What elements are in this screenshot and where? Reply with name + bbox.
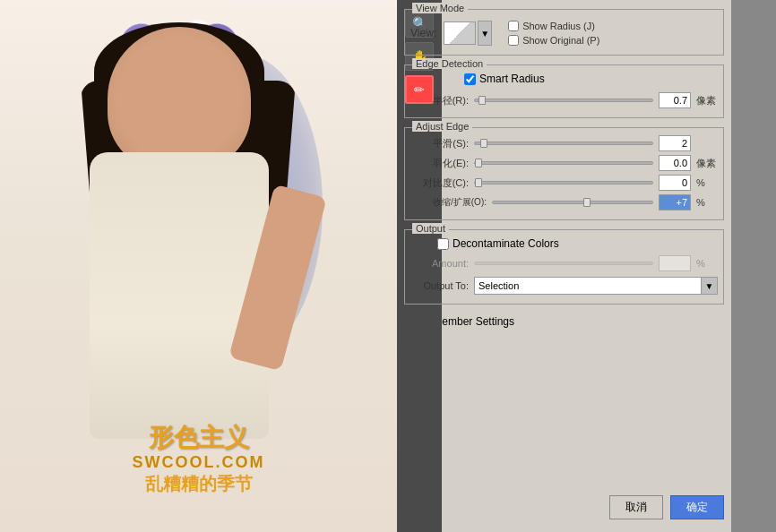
smooth-label: 平滑(S):: [410, 137, 469, 150]
feather-unit: 像素: [696, 157, 718, 170]
photo-panel: 形色主义 SWCOOL.COM 乱糟糟的季节: [0, 0, 397, 532]
feather-slider[interactable]: [474, 161, 653, 165]
show-original-label: Show Original (P): [522, 35, 599, 46]
decontaminate-label: Decontaminate Colors: [453, 237, 559, 250]
watermark: 形色主义 SWCOOL.COM 乱糟糟的季节: [133, 423, 265, 496]
output-to-row: Output To: Selection ▼: [410, 277, 718, 295]
shift-unit: %: [696, 197, 718, 208]
shift-label: 收缩/扩展(O):: [410, 196, 487, 209]
edge-detection-label: Edge Detection: [412, 58, 487, 69]
contrast-value[interactable]: 0: [659, 175, 691, 191]
radius-row: 半径(R): 0.7 像素: [410, 92, 718, 108]
show-radius-checkbox[interactable]: [508, 21, 519, 31]
shift-row: 收缩/扩展(O): +7 %: [410, 194, 718, 210]
view-checkboxes: Show Radius (J) Show Original (P): [508, 21, 599, 46]
radius-slider[interactable]: [474, 99, 653, 102]
ok-button[interactable]: 确定: [670, 495, 724, 519]
view-mode-label: View Mode: [412, 3, 468, 13]
smooth-row: 平滑(S): 2: [410, 135, 718, 151]
output-to-value: Selection: [475, 280, 701, 291]
adjust-edge-label: Adjust Edge: [412, 121, 472, 132]
view-dropdown-arrow[interactable]: ▼: [478, 21, 492, 46]
right-panel: View Mode View: ▼ Show Radius (J) Show O…: [397, 0, 731, 532]
feather-row: 羽化(E): 0.0 像素: [410, 155, 718, 171]
output-section: Output Decontaminate Colors Amount: % Ou…: [404, 229, 724, 305]
cancel-button[interactable]: 取消: [609, 495, 663, 519]
contrast-row: 对比度(C): 0 %: [410, 175, 718, 191]
watermark-line1: 形色主义: [133, 423, 265, 453]
contrast-slider[interactable]: [474, 181, 653, 184]
show-radius-row: Show Radius (J): [508, 21, 599, 31]
view-dropdown[interactable]: ▼: [444, 21, 492, 46]
shift-slider[interactable]: [492, 201, 653, 204]
smooth-slider[interactable]: [474, 142, 653, 145]
view-mode-section: View Mode View: ▼ Show Radius (J) Show O…: [404, 9, 724, 56]
remember-row: Remember Settings: [404, 312, 724, 331]
contrast-label: 对比度(C):: [410, 176, 469, 190]
adjust-edge-section: Adjust Edge 平滑(S): 2 羽化(E): 0.0 像素 对比度(C…: [404, 127, 724, 220]
smooth-value[interactable]: 2: [659, 135, 691, 151]
show-original-row: Show Original (P): [508, 35, 599, 46]
amount-unit: %: [696, 258, 718, 269]
output-label: Output: [412, 223, 449, 234]
shift-value[interactable]: +7: [659, 194, 691, 210]
view-label: View:: [410, 27, 436, 39]
radius-label: 半径(R):: [410, 94, 469, 107]
smart-radius-label: Smart Radius: [479, 73, 545, 85]
feather-value[interactable]: 0.0: [659, 155, 691, 171]
amount-label: Amount:: [410, 258, 469, 269]
bottom-buttons: 取消 确定: [404, 490, 724, 525]
output-to-dropdown[interactable]: Selection ▼: [474, 277, 718, 295]
amount-slider: [474, 262, 653, 265]
watermark-line2: SWCOOL.COM: [133, 453, 265, 472]
radius-value[interactable]: 0.7: [659, 92, 691, 108]
smart-radius-checkbox[interactable]: [464, 73, 476, 85]
amount-row: Amount: %: [410, 255, 718, 271]
edge-detection-section: Edge Detection Smart Radius 半径(R): 0.7 像…: [404, 64, 724, 118]
contrast-unit: %: [696, 177, 718, 188]
smart-radius-row: Smart Radius: [464, 73, 718, 85]
feather-label: 羽化(E):: [410, 157, 469, 170]
decontaminate-row: Decontaminate Colors: [437, 237, 718, 250]
decontaminate-checkbox[interactable]: [437, 238, 449, 250]
view-thumbnail: [444, 21, 476, 45]
watermark-line3: 乱糟糟的季节: [133, 472, 265, 496]
radius-unit: 像素: [696, 94, 718, 107]
amount-value: [659, 255, 691, 271]
show-radius-label: Show Radius (J): [522, 21, 595, 31]
show-original-checkbox[interactable]: [508, 35, 519, 46]
output-dropdown-arrow[interactable]: ▼: [701, 278, 717, 294]
output-to-label: Output To:: [410, 280, 469, 291]
